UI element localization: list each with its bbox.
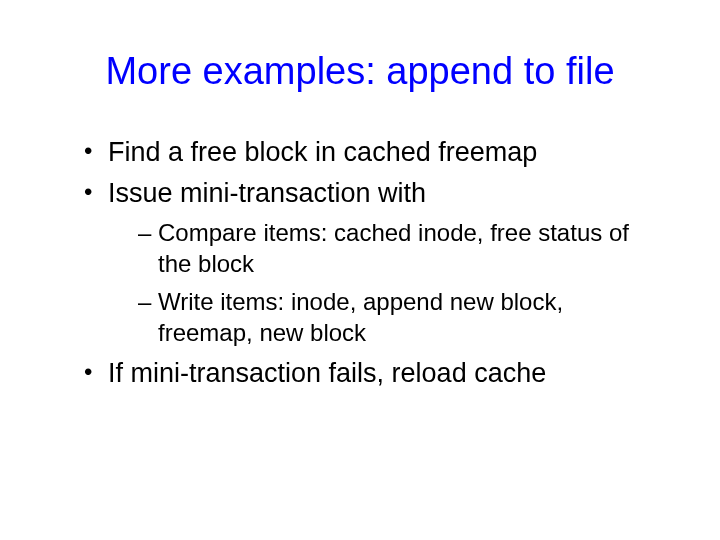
list-item: Find a free block in cached freemap <box>84 135 660 170</box>
slide-title: More examples: append to file <box>60 50 660 93</box>
list-item: Issue mini-transaction with Compare item… <box>84 176 660 348</box>
bullet-list: Find a free block in cached freemap Issu… <box>60 135 660 391</box>
list-item: If mini-transaction fails, reload cache <box>84 356 660 391</box>
slide: More examples: append to file Find a fre… <box>0 0 720 540</box>
sub-bullet-text: Write items: inode, append new block, fr… <box>158 288 563 346</box>
sub-bullet-text: Compare items: cached inode, free status… <box>158 219 629 277</box>
bullet-text: Find a free block in cached freemap <box>108 137 537 167</box>
list-item: Compare items: cached inode, free status… <box>138 217 660 279</box>
sub-bullet-list: Compare items: cached inode, free status… <box>108 217 660 348</box>
list-item: Write items: inode, append new block, fr… <box>138 286 660 348</box>
bullet-text: If mini-transaction fails, reload cache <box>108 358 546 388</box>
bullet-text: Issue mini-transaction with <box>108 178 426 208</box>
